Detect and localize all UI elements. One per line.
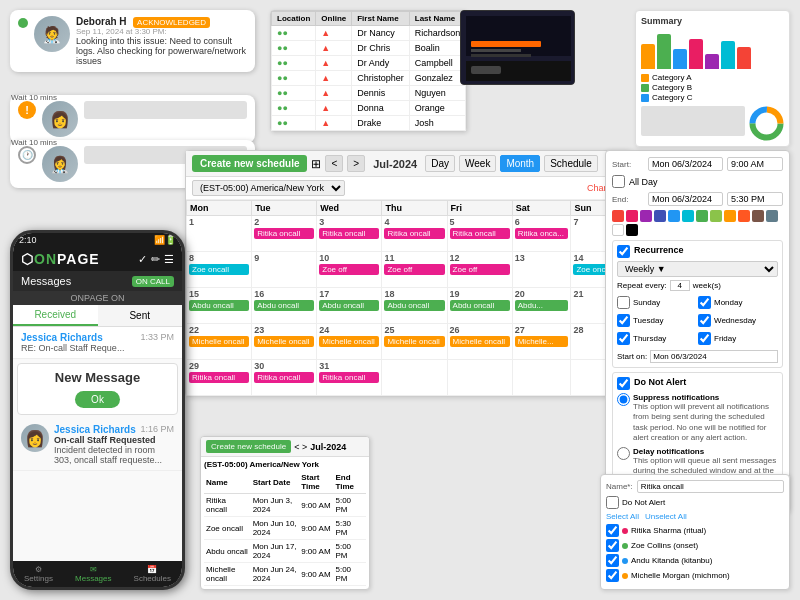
nav-schedules[interactable]: 📅 Schedules — [134, 565, 171, 583]
day-thu-check[interactable] — [617, 332, 630, 345]
select-all-btn[interactable]: Select All — [606, 512, 639, 521]
cal-day-17[interactable]: 17Abdu oncall — [317, 288, 382, 324]
cal-day-5[interactable]: 5Ritika oncall — [447, 216, 512, 252]
nav-messages[interactable]: ✉ Messages — [75, 565, 111, 583]
suppress-radio[interactable] — [617, 393, 630, 406]
unselect-all-btn[interactable]: Unselect All — [645, 512, 687, 521]
start-time-input[interactable] — [727, 157, 783, 171]
cal-day-6[interactable]: 6Ritika onca... — [512, 216, 571, 252]
tab-received[interactable]: Received — [13, 305, 98, 326]
doctor-row[interactable]: ●● ▲ Drake Josh — [272, 116, 466, 131]
cal-day-29[interactable]: 29Ritika oncall — [187, 360, 252, 396]
person-row[interactable]: Michelle Morgan (michmon) — [606, 569, 784, 582]
recurrence-checkbox[interactable] — [617, 245, 630, 258]
cal-day-26[interactable]: 26Michelle oncall — [447, 324, 512, 360]
day-mon-check[interactable] — [698, 296, 711, 309]
doctor-row[interactable]: ●● ▲ Donna Orange — [272, 101, 466, 116]
cal-day-20[interactable]: 20Abdu... — [512, 288, 571, 324]
create-schedule-btn[interactable]: Create new schedule — [192, 155, 307, 172]
view-schedule-btn[interactable]: Schedule — [544, 155, 598, 172]
color-swatch[interactable] — [682, 210, 694, 222]
cal-day-19[interactable]: 19Abdu oncall — [447, 288, 512, 324]
cal-day-15[interactable]: 15Abdu oncall — [187, 288, 252, 324]
cal-day-24[interactable]: 24Michelle oncall — [317, 324, 382, 360]
person-row[interactable]: Ritika Sharma (ritual) — [606, 524, 784, 537]
doctor-row[interactable]: ●● ▲ Dennis Nguyen — [272, 86, 466, 101]
person-checkbox[interactable] — [606, 524, 619, 537]
cal-day-18[interactable]: 18Abdu oncall — [382, 288, 447, 324]
cal-day-8[interactable]: 8Zoe oncall — [187, 252, 252, 288]
cal-day-13[interactable]: 13 — [512, 252, 571, 288]
end-date-input[interactable] — [648, 192, 723, 206]
start-on-input[interactable] — [650, 350, 778, 363]
view-month-btn[interactable]: Month — [500, 155, 540, 172]
doctor-row[interactable]: ●● ▲ Christopher Gonzalez — [272, 71, 466, 86]
cal-day-31[interactable]: 31Ritika oncall — [317, 360, 382, 396]
cal-day-1[interactable]: 1 — [187, 216, 252, 252]
recurrence-type-select[interactable]: Weekly ▼ — [617, 261, 778, 277]
message-item-1[interactable]: 1:33 PM Jessica Richards RE: On-call Sta… — [13, 327, 182, 359]
mini-schedule-row[interactable]: Ritika oncall Mon Jun 3, 2024 9:00 AM 5:… — [204, 494, 366, 517]
allday-checkbox[interactable] — [612, 175, 625, 188]
brp-dna-checkbox[interactable] — [606, 496, 619, 509]
cal-day-30[interactable]: 30Ritika oncall — [252, 360, 317, 396]
color-swatch[interactable] — [738, 210, 750, 222]
cal-day-34[interactable] — [512, 360, 571, 396]
color-swatch[interactable] — [612, 210, 624, 222]
cal-day-9[interactable]: 9 — [252, 252, 317, 288]
tab-sent[interactable]: Sent — [98, 305, 183, 326]
view-day-btn[interactable]: Day — [425, 155, 455, 172]
day-tue-check[interactable] — [617, 314, 630, 327]
color-swatch[interactable] — [696, 210, 708, 222]
start-date-input[interactable] — [648, 157, 723, 171]
cal-day-11[interactable]: 11Zoe off — [382, 252, 447, 288]
nav-settings[interactable]: ⚙ Settings — [24, 565, 53, 583]
cal-day-27[interactable]: 27Michelle... — [512, 324, 571, 360]
cal-day-3[interactable]: 3Ritika oncall — [317, 216, 382, 252]
color-swatch[interactable] — [612, 224, 624, 236]
cal-day-25[interactable]: 25Michelle oncall — [382, 324, 447, 360]
brp-name-input[interactable] — [637, 480, 784, 493]
cal-day-12[interactable]: 12Zoe off — [447, 252, 512, 288]
doctor-row[interactable]: ●● ▲ Dr Chris Boalin — [272, 41, 466, 56]
cal-day-2[interactable]: 2Ritika oncall — [252, 216, 317, 252]
next-btn[interactable]: > — [347, 155, 365, 172]
day-fri-check[interactable] — [698, 332, 711, 345]
color-swatch[interactable] — [626, 224, 638, 236]
mini-schedule-row[interactable]: Abdu oncall Mon Jun 17, 2024 9:00 AM 5:0… — [204, 540, 366, 563]
color-swatch[interactable] — [752, 210, 764, 222]
doctor-row[interactable]: ●● ▲ Dr Nancy Richardson — [272, 26, 466, 41]
color-swatch[interactable] — [626, 210, 638, 222]
person-checkbox[interactable] — [606, 569, 619, 582]
message-item-2[interactable]: 👩 1:16 PM Jessica Richards On-call Staff… — [13, 419, 182, 471]
cal-day-10[interactable]: 10Zoe off — [317, 252, 382, 288]
cal-day-4[interactable]: 4Ritika oncall — [382, 216, 447, 252]
cal-day-22[interactable]: 22Michelle oncall — [187, 324, 252, 360]
color-swatch[interactable] — [766, 210, 778, 222]
mini-schedule-row[interactable]: Michelle oncall Mon Jun 24, 2024 9:00 AM… — [204, 563, 366, 586]
cal-day-23[interactable]: 23Michelle oncall — [252, 324, 317, 360]
color-swatch[interactable] — [640, 210, 652, 222]
mini-create-btn[interactable]: Create new schedule — [206, 440, 291, 453]
mini-schedule-row[interactable]: Zoe oncall Mon Jun 10, 2024 9:00 AM 5:30… — [204, 517, 366, 540]
timezone-select[interactable]: (EST-05:00) America/New York — [192, 180, 345, 196]
ok-button[interactable]: Ok — [75, 391, 120, 408]
prev-btn[interactable]: < — [325, 155, 343, 172]
day-sun-check[interactable] — [617, 296, 630, 309]
color-swatch[interactable] — [710, 210, 722, 222]
view-week-btn[interactable]: Week — [459, 155, 496, 172]
dna-checkbox[interactable] — [617, 377, 630, 390]
color-swatch[interactable] — [654, 210, 666, 222]
person-row[interactable]: Andu Kitanda (kitanbu) — [606, 554, 784, 567]
cal-day-16[interactable]: 16Abdu oncall — [252, 288, 317, 324]
doctor-row[interactable]: ●● ▲ Dr Andy Campbell — [272, 56, 466, 71]
day-wed-check[interactable] — [698, 314, 711, 327]
delay-radio[interactable] — [617, 447, 630, 460]
end-time-input[interactable] — [727, 192, 783, 206]
cal-day-32[interactable] — [382, 360, 447, 396]
repeat-value-input[interactable] — [670, 280, 690, 291]
color-swatch[interactable] — [724, 210, 736, 222]
person-row[interactable]: Zoe Collins (onset) — [606, 539, 784, 552]
person-checkbox[interactable] — [606, 554, 619, 567]
person-checkbox[interactable] — [606, 539, 619, 552]
